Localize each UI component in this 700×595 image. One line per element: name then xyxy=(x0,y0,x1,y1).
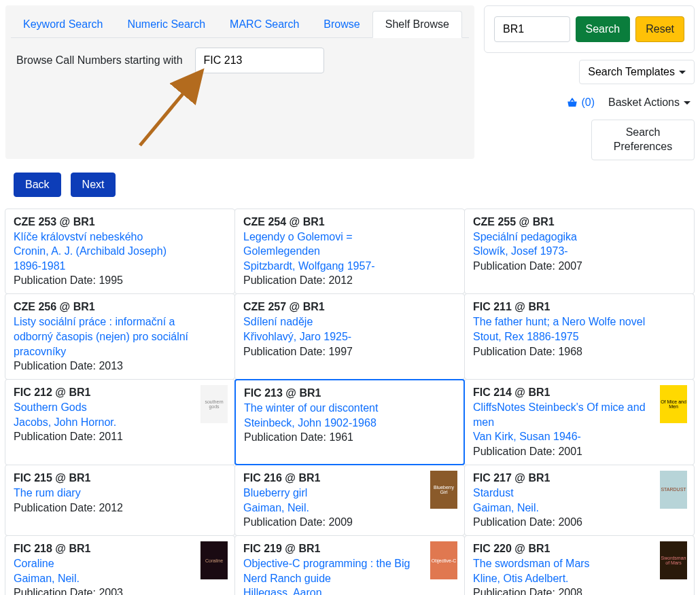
basket-icon xyxy=(566,97,578,108)
title-link[interactable]: CliffsNotes Steinbeck's Of mice and men xyxy=(473,400,652,429)
author-link[interactable]: Křivohlavý, Jaro 1925- xyxy=(243,329,422,344)
author-link[interactable]: Slowík, Josef 1973- xyxy=(473,244,652,259)
publication-date: Publication Date: 1995 xyxy=(14,274,192,287)
call-number: FIC 216 @ BR1 xyxy=(243,472,422,484)
title-link[interactable]: The swordsman of Mars xyxy=(473,556,652,571)
svg-line-0 xyxy=(140,76,198,145)
publication-date: Publication Date: 1961 xyxy=(244,431,421,444)
author-link[interactable]: Gaiman, Neil. xyxy=(243,501,422,516)
cover-thumbnail[interactable]: STARDUST xyxy=(660,471,687,509)
svg-point-1 xyxy=(572,98,574,101)
title-link[interactable]: Legendy o Golemovi = Golemlegenden xyxy=(243,230,422,259)
call-number: FIC 219 @ BR1 xyxy=(243,543,422,555)
author-link[interactable]: Cronin, A. J. (Archibald Joseph) 1896-19… xyxy=(14,244,192,273)
result-cell: FIC 220 @ BR1The swordsman of MarsKline,… xyxy=(464,535,695,595)
publication-date: Publication Date: 2006 xyxy=(473,516,652,528)
results-grid: CZE 253 @ BR1Klíče království nebeskéhoC… xyxy=(5,209,695,595)
cover-thumbnail[interactable]: Swordsman of Mars xyxy=(660,541,687,579)
title-link[interactable]: Klíče království nebeského xyxy=(14,230,192,245)
search-input[interactable] xyxy=(494,16,570,42)
tab-numeric-search[interactable]: Numeric Search xyxy=(115,12,217,37)
result-cell: FIC 219 @ BR1Objective-C programming : t… xyxy=(234,535,465,595)
search-templates-label: Search Templates xyxy=(588,66,675,78)
search-button[interactable]: Search xyxy=(576,16,631,42)
result-cell: FIC 211 @ BR1The father hunt; a Nero Wol… xyxy=(464,293,695,380)
author-link[interactable]: Kline, Otis Adelbert. xyxy=(473,571,652,586)
publication-date: Publication Date: 2003 xyxy=(14,587,192,595)
cover-thumbnail[interactable]: Blueberry Girl xyxy=(430,471,457,509)
title-link[interactable]: Sdílení naděje xyxy=(243,314,422,329)
tab-row: Keyword Search Numeric Search MARC Searc… xyxy=(11,11,469,38)
title-link[interactable]: Speciální pedagogika xyxy=(473,230,652,245)
call-number: FIC 212 @ BR1 xyxy=(14,386,192,399)
title-link[interactable]: The winter of our discontent xyxy=(244,401,421,416)
publication-date: Publication Date: 2012 xyxy=(14,502,192,514)
call-number: FIC 214 @ BR1 xyxy=(473,386,652,399)
basket-actions-label: Basket Actions xyxy=(608,96,680,109)
next-button-top[interactable]: Next xyxy=(71,173,116,197)
result-cell: CZE 254 @ BR1Legendy o Golemovi = Goleml… xyxy=(234,209,465,295)
title-link[interactable]: Blueberry girl xyxy=(243,486,422,501)
result-cell: FIC 213 @ BR1The winter of our disconten… xyxy=(234,379,465,465)
result-cell: FIC 216 @ BR1Blueberry girlGaiman, Neil.… xyxy=(234,465,465,536)
call-number: FIC 215 @ BR1 xyxy=(14,472,192,484)
call-number: FIC 218 @ BR1 xyxy=(14,543,192,555)
cover-thumbnail[interactable]: southern gods xyxy=(200,385,228,423)
basket-link[interactable]: (0) xyxy=(563,92,597,113)
publication-date: Publication Date: 2008 xyxy=(473,587,652,595)
title-link[interactable]: The father hunt; a Nero Wolfe novel xyxy=(473,314,652,329)
result-cell: CZE 253 @ BR1Klíče království nebeskéhoC… xyxy=(5,209,235,295)
author-link[interactable]: Spitzbardt, Wolfgang 1957- xyxy=(243,259,422,274)
author-link[interactable]: Van Kirk, Susan 1946- xyxy=(473,429,652,444)
search-preferences-label: Search Preferences xyxy=(606,126,680,154)
result-cell: FIC 212 @ BR1Southern GodsJacobs, John H… xyxy=(5,379,235,465)
publication-date: Publication Date: 2007 xyxy=(473,260,652,272)
title-link[interactable]: The rum diary xyxy=(14,486,192,501)
search-preferences-button[interactable]: Search Preferences xyxy=(591,120,695,160)
search-tabs-panel: Keyword Search Numeric Search MARC Searc… xyxy=(5,5,474,159)
call-number: CZE 253 @ BR1 xyxy=(14,216,192,228)
call-number: FIC 213 @ BR1 xyxy=(244,387,421,399)
author-link[interactable]: Gaiman, Neil. xyxy=(473,501,652,516)
caret-down-icon xyxy=(684,101,690,105)
call-number: FIC 217 @ BR1 xyxy=(473,472,652,484)
reset-button[interactable]: Reset xyxy=(635,16,684,42)
cover-thumbnail[interactable]: Of Mice and Men xyxy=(660,385,687,423)
title-link[interactable]: Coraline xyxy=(14,556,192,571)
annotation-arrow xyxy=(11,77,469,145)
publication-date: Publication Date: 2009 xyxy=(243,516,422,528)
cover-thumbnail[interactable]: Objective-C xyxy=(430,541,457,579)
author-link[interactable]: Gaiman, Neil. xyxy=(14,571,192,586)
basket-actions-dropdown[interactable]: Basket Actions xyxy=(604,92,695,113)
author-link[interactable]: Stout, Rex 1886-1975 xyxy=(473,329,652,344)
result-cell: CZE 257 @ BR1Sdílení nadějeKřivohlavý, J… xyxy=(234,293,465,380)
call-number: CZE 255 @ BR1 xyxy=(473,216,652,228)
call-number: FIC 211 @ BR1 xyxy=(473,301,652,313)
title-link[interactable]: Stardust xyxy=(473,486,652,501)
cover-thumbnail[interactable]: Coraline xyxy=(200,541,228,579)
publication-date: Publication Date: 2001 xyxy=(473,446,652,458)
call-number: CZE 256 @ BR1 xyxy=(14,301,192,313)
tab-keyword-search[interactable]: Keyword Search xyxy=(11,12,115,37)
publication-date: Publication Date: 1997 xyxy=(243,346,422,358)
result-cell: FIC 214 @ BR1CliffsNotes Steinbeck's Of … xyxy=(464,379,695,465)
call-number: CZE 254 @ BR1 xyxy=(243,216,422,228)
tab-marc-search[interactable]: MARC Search xyxy=(217,12,311,37)
title-link[interactable]: Objective-C programming : the Big Nerd R… xyxy=(243,556,422,585)
publication-date: Publication Date: 1968 xyxy=(473,346,652,358)
publication-date: Publication Date: 2012 xyxy=(243,274,422,287)
author-link[interactable]: Jacobs, John Hornor. xyxy=(14,415,192,430)
tab-browse[interactable]: Browse xyxy=(311,12,372,37)
search-panel: Search Reset Search Templates (0) xyxy=(484,5,695,160)
author-link[interactable]: Steinbeck, John 1902-1968 xyxy=(244,416,421,431)
result-cell: CZE 255 @ BR1Speciální pedagogikaSlowík,… xyxy=(464,209,695,295)
title-link[interactable]: Southern Gods xyxy=(14,400,192,415)
result-cell: CZE 256 @ BR1Listy sociální práce : info… xyxy=(5,293,235,380)
result-cell: FIC 215 @ BR1The rum diaryPublication Da… xyxy=(5,465,235,536)
result-cell: FIC 218 @ BR1CoralineGaiman, Neil.Public… xyxy=(5,535,235,595)
author-link[interactable]: Hillegass, Aaron. xyxy=(243,585,422,595)
tab-shelf-browse[interactable]: Shelf Browse xyxy=(372,11,462,38)
title-link[interactable]: Listy sociální práce : informační a odbo… xyxy=(14,314,192,359)
search-templates-dropdown[interactable]: Search Templates xyxy=(579,60,695,84)
back-button-top[interactable]: Back xyxy=(14,173,61,197)
